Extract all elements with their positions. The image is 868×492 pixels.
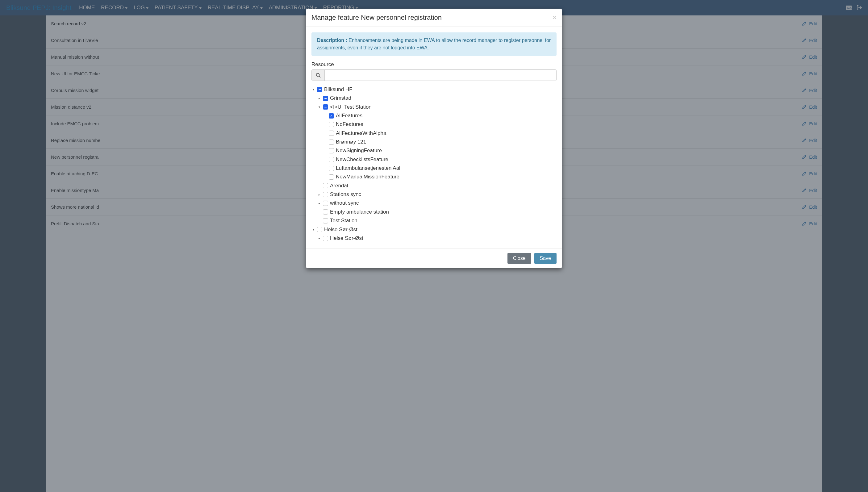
tree-node-label: Empty ambulance station xyxy=(330,208,389,216)
close-icon[interactable]: × xyxy=(552,14,556,21)
tree-leaf[interactable]: Luftambulansetjenesten Aal xyxy=(323,164,556,173)
checkbox-empty-icon[interactable] xyxy=(329,157,334,162)
tree-node-helse-sor-ost-child[interactable]: ▸ Helse Sør-Øst xyxy=(317,234,556,243)
tree-node-label: Test Station xyxy=(330,217,357,225)
tree-node-label: Stations sync xyxy=(330,191,361,198)
tree-node-stations-sync[interactable]: ▸ Stations sync xyxy=(317,190,556,199)
tree-node-ui-test-station[interactable]: ▾ − <I>UI Test Station xyxy=(317,103,556,112)
modal-footer: Close Save xyxy=(306,248,562,268)
tree-node-arendal[interactable]: Arendal xyxy=(317,181,556,190)
tree-leaf-label: NewChecklistsFeature xyxy=(336,155,388,164)
chevron-right-icon[interactable]: ▸ xyxy=(317,193,321,196)
checkbox-empty-icon[interactable] xyxy=(323,236,328,241)
tree-node-test-station[interactable]: Test Station xyxy=(317,216,556,225)
tree-node-label: Helse Sør-Øst xyxy=(324,226,357,233)
save-button[interactable]: Save xyxy=(534,253,556,264)
resource-label: Resource xyxy=(312,62,556,68)
resource-tree: ▾ − Bliksund HF ▸ − Grimstad ▾ − xyxy=(312,85,556,243)
checkbox-partial-icon[interactable]: − xyxy=(323,96,328,101)
checkbox-partial-icon[interactable]: − xyxy=(323,104,328,109)
tree-node-label: Grimstad xyxy=(330,94,351,102)
modal-title: Manage feature New personnel registratio… xyxy=(312,14,442,22)
tree-leaf[interactable]: ✓AllFeatures xyxy=(323,112,556,120)
checkbox-empty-icon[interactable] xyxy=(329,140,334,145)
chevron-down-icon[interactable]: ▾ xyxy=(312,228,315,231)
tree-leaf[interactable]: NewChecklistsFeature xyxy=(323,155,556,164)
svg-point-3 xyxy=(316,73,319,76)
tree-leaf-label: Brønnøy 121 xyxy=(336,138,366,146)
tree-leaf-label: NoFeatures xyxy=(336,120,363,128)
tree-node-grimstad[interactable]: ▸ − Grimstad xyxy=(317,94,556,102)
checkbox-empty-icon[interactable] xyxy=(329,166,334,171)
modal-body: Description : Enhancements are being mad… xyxy=(306,27,562,248)
description-label: Description : xyxy=(317,38,347,43)
tree-node-label: Helse Sør-Øst xyxy=(330,234,363,242)
tree-leaf-label: NewManualMissionFeature xyxy=(336,173,399,181)
svg-line-4 xyxy=(319,76,320,77)
checkbox-empty-icon[interactable] xyxy=(329,122,334,127)
checkbox-empty-icon[interactable] xyxy=(323,201,328,206)
checkbox-partial-icon[interactable]: − xyxy=(317,87,322,92)
checkbox-empty-icon[interactable] xyxy=(329,130,334,136)
checkbox-empty-icon[interactable] xyxy=(323,209,328,215)
tree-leaf-label: NewSigningFeature xyxy=(336,147,382,155)
chevron-right-icon[interactable]: ▸ xyxy=(317,201,321,205)
tree-node-without-sync[interactable]: ▸ without sync xyxy=(317,199,556,207)
tree-leaf[interactable]: NoFeatures xyxy=(323,120,556,129)
checkbox-empty-icon[interactable] xyxy=(329,148,334,153)
description-text: Enhancements are being made in EWA to al… xyxy=(317,38,551,50)
checkbox-empty-icon[interactable] xyxy=(323,218,328,223)
checkbox-checked-icon[interactable]: ✓ xyxy=(329,113,334,119)
chevron-right-icon[interactable]: ▸ xyxy=(317,97,321,100)
tree-node-label: Arendal xyxy=(330,182,348,190)
tree-leaf[interactable]: NewManualMissionFeature xyxy=(323,173,556,181)
checkbox-empty-icon[interactable] xyxy=(317,227,322,232)
resource-search-group xyxy=(312,70,556,81)
modal-dialog: Manage feature New personnel registratio… xyxy=(306,9,562,268)
checkbox-empty-icon[interactable] xyxy=(329,174,334,180)
tree-leaf-label: Luftambulansetjenesten Aal xyxy=(336,164,400,172)
tree-node-label: <I>UI Test Station xyxy=(330,103,372,111)
tree-leaf[interactable]: NewSigningFeature xyxy=(323,146,556,155)
checkbox-empty-icon[interactable] xyxy=(323,183,328,188)
tree-node-bliksund-hf[interactable]: ▾ − Bliksund HF xyxy=(312,85,556,94)
tree-node-empty-ambulance[interactable]: Empty ambulance station xyxy=(317,208,556,216)
description-alert: Description : Enhancements are being mad… xyxy=(312,32,556,56)
search-icon xyxy=(312,70,325,80)
tree-leaf-label: AllFeatures xyxy=(336,112,363,120)
tree-node-label: without sync xyxy=(330,199,359,207)
resource-search-input[interactable] xyxy=(325,70,556,80)
close-button[interactable]: Close xyxy=(507,253,531,264)
tree-leaf[interactable]: AllFeaturesWithAlpha xyxy=(323,129,556,138)
tree-node-label: Bliksund HF xyxy=(324,85,352,94)
chevron-down-icon[interactable]: ▾ xyxy=(317,105,321,109)
tree-node-helse-sor-ost[interactable]: ▾ Helse Sør-Øst xyxy=(312,225,556,234)
tree-leaf[interactable]: Brønnøy 121 xyxy=(323,138,556,146)
modal-overlay: Manage feature New personnel registratio… xyxy=(0,0,868,492)
modal-header: Manage feature New personnel registratio… xyxy=(306,9,562,27)
chevron-down-icon[interactable]: ▾ xyxy=(312,88,315,91)
checkbox-empty-icon[interactable] xyxy=(323,192,328,197)
tree-leaf-label: AllFeaturesWithAlpha xyxy=(336,129,386,137)
chevron-right-icon[interactable]: ▸ xyxy=(317,237,321,240)
